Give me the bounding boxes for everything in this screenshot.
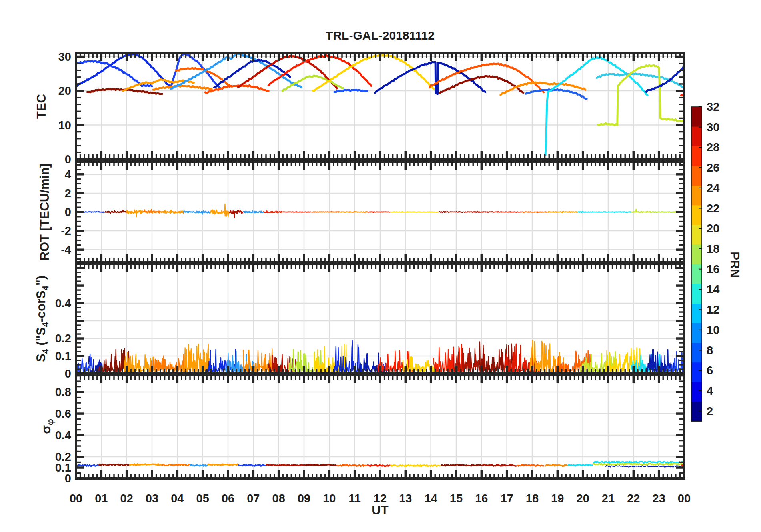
- sigma-phi-axis-label: σφ: [39, 419, 56, 434]
- svg-text:10: 10: [323, 492, 336, 505]
- colorbar-label: PRN: [727, 252, 742, 278]
- s4-label-sub2: 4: [40, 322, 50, 327]
- svg-text:23: 23: [653, 492, 665, 505]
- s4-label-sub1: 4: [40, 349, 50, 354]
- svg-text:0: 0: [65, 153, 71, 166]
- svg-text:0: 0: [65, 206, 71, 218]
- svg-text:16: 16: [475, 492, 488, 505]
- x-axis-label: UT: [372, 503, 388, 518]
- TEC-grid: [76, 53, 684, 159]
- s4-label-mid: ("S: [34, 327, 48, 349]
- svg-text:07: 07: [247, 492, 260, 505]
- svg-text:-4: -4: [61, 243, 71, 256]
- prn-colorbar: 2468101214161820222426283032: [691, 100, 719, 422]
- svg-text:20: 20: [58, 84, 71, 97]
- tec-axis-label: TEC: [34, 94, 49, 119]
- svg-text:30: 30: [707, 121, 719, 134]
- svg-text:16: 16: [707, 263, 719, 276]
- svg-text:06: 06: [222, 492, 234, 505]
- svg-text:0.2: 0.2: [55, 450, 71, 463]
- svg-text:0: 0: [65, 367, 71, 380]
- chart-title: TRL-GAL-20181112: [326, 29, 435, 42]
- ROT-ytick-labels: -4-2024: [61, 168, 71, 256]
- svg-text:18: 18: [526, 492, 539, 505]
- svg-text:20: 20: [707, 222, 719, 235]
- svg-text:24: 24: [707, 182, 719, 194]
- s4-axis-label: S4 ("S4-corS4"): [34, 276, 50, 362]
- svg-text:03: 03: [146, 492, 158, 505]
- panel-S4: 00.10.20.4: [55, 264, 684, 380]
- svg-text:12: 12: [707, 303, 719, 316]
- svg-text:14: 14: [707, 283, 719, 296]
- svg-text:0.4: 0.4: [55, 429, 71, 442]
- svg-text:05: 05: [196, 492, 209, 505]
- panel-sigma_phi: 00.10.20.40.60.8: [55, 375, 684, 485]
- svg-text:15: 15: [450, 492, 463, 505]
- svg-text:6: 6: [707, 364, 713, 377]
- svg-text:4: 4: [707, 384, 713, 397]
- s4-label-sub3: 4: [40, 286, 50, 290]
- svg-text:0.8: 0.8: [55, 386, 71, 398]
- svg-text:01: 01: [95, 492, 108, 505]
- s4-label-mid2: -corS: [34, 290, 48, 322]
- svg-text:4: 4: [65, 168, 71, 181]
- scintillation-figure: 0102030-4-202400.10.20.400.10.20.40.60.8…: [0, 0, 761, 532]
- svg-text:08: 08: [272, 492, 285, 505]
- svg-text:2: 2: [65, 187, 71, 200]
- svg-text:0.6: 0.6: [55, 407, 71, 420]
- svg-text:09: 09: [298, 492, 310, 505]
- sigma-label-sub: φ: [45, 419, 55, 425]
- svg-text:30: 30: [58, 50, 71, 63]
- S4-ytick-labels: 00.10.20.4: [55, 297, 71, 380]
- svg-text:00: 00: [678, 492, 691, 505]
- svg-text:21: 21: [602, 492, 615, 505]
- panel-TEC: 0102030: [58, 50, 684, 166]
- svg-text:18: 18: [707, 242, 719, 255]
- svg-text:17: 17: [501, 492, 513, 505]
- TEC-ytick-labels: 0102030: [58, 50, 71, 166]
- S4-grid: [76, 264, 684, 374]
- svg-text:-2: -2: [61, 224, 71, 237]
- svg-text:32: 32: [707, 100, 719, 113]
- svg-text:00: 00: [70, 492, 82, 505]
- svg-text:02: 02: [120, 492, 133, 505]
- svg-text:10: 10: [58, 119, 71, 132]
- svg-text:8: 8: [707, 344, 713, 357]
- sigma_phi-ytick-labels: 00.10.20.40.60.8: [55, 386, 71, 485]
- svg-text:26: 26: [707, 161, 719, 174]
- svg-text:10: 10: [707, 324, 719, 336]
- sigma-label-base: σ: [39, 425, 53, 434]
- svg-text:14: 14: [425, 492, 437, 505]
- s4-label-end: "): [34, 276, 48, 286]
- svg-text:0.2: 0.2: [55, 332, 71, 345]
- svg-text:13: 13: [399, 492, 412, 505]
- svg-text:22: 22: [627, 492, 640, 505]
- svg-text:04: 04: [171, 492, 184, 505]
- svg-text:0.4: 0.4: [55, 297, 71, 310]
- svg-text:11: 11: [348, 492, 361, 505]
- svg-text:20: 20: [577, 492, 589, 505]
- plot-canvas: 0102030-4-202400.10.20.400.10.20.40.60.8…: [0, 0, 761, 532]
- panel-ROT: -4-2024: [61, 162, 684, 262]
- svg-text:19: 19: [551, 492, 564, 505]
- svg-text:2: 2: [707, 405, 713, 418]
- svg-text:0.1: 0.1: [55, 350, 71, 362]
- s4-label-base: S: [34, 354, 48, 362]
- svg-text:28: 28: [707, 141, 719, 154]
- rot-axis-label: ROT [TECU/min]: [38, 164, 52, 261]
- svg-text:22: 22: [707, 202, 719, 215]
